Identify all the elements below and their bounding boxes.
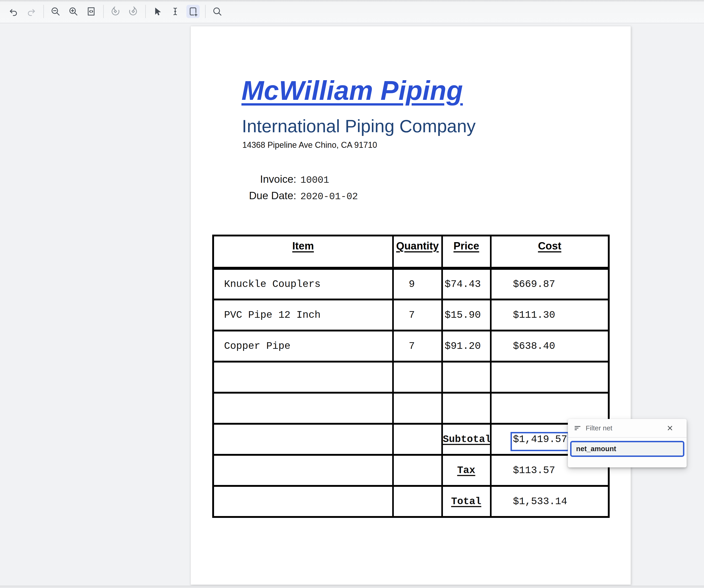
document-page: McWilliam Piping International Piping Co… — [190, 26, 631, 585]
price-cell: $15.90 — [442, 299, 491, 331]
item-cell: Copper Pipe — [213, 331, 393, 362]
qty-cell — [393, 424, 442, 455]
filter-icon — [574, 424, 582, 432]
company-subtitle: International Piping Company — [242, 117, 476, 135]
total-label: Total — [442, 486, 491, 517]
zoom-in-button[interactable] — [67, 5, 80, 18]
table-row: PVC Pipe 12 Inch 7 $15.90 $111.30 — [213, 299, 609, 331]
due-date-label: Due Date: — [242, 189, 296, 202]
total-row: Total $1,533.14 — [213, 486, 609, 517]
price-cell: $74.43 — [442, 269, 491, 299]
item-cell — [213, 362, 393, 393]
table-row: Knuckle Couplers 9 $74.43 $669.87 — [213, 269, 609, 299]
cost-cell: $638.40 — [491, 331, 609, 362]
item-cell — [213, 424, 393, 455]
invoice-meta: Invoice: 10001 Due Date: 2020-01-02 — [242, 173, 358, 202]
redo-button[interactable] — [25, 5, 38, 18]
cost-cell: $111.30 — [491, 299, 609, 331]
zoom-out-button[interactable] — [49, 5, 62, 18]
close-popup-button[interactable] — [666, 424, 674, 432]
text-select-tool-button[interactable] — [169, 5, 182, 18]
filter-popup-title: Filter net — [586, 424, 666, 432]
zoom-out-icon — [50, 6, 61, 17]
toolbar-separator — [205, 5, 206, 18]
search-button[interactable] — [211, 5, 224, 18]
fit-width-icon — [86, 6, 97, 17]
table-header-row: Item Quantity Price Cost — [213, 236, 609, 269]
price-cell — [442, 362, 491, 393]
item-cell: PVC Pipe 12 Inch — [213, 299, 393, 331]
qty-cell: 7 — [393, 331, 442, 362]
fit-width-button[interactable] — [84, 5, 98, 18]
item-cell: Knuckle Couplers — [213, 269, 393, 299]
tax-label: Tax — [442, 455, 491, 486]
price-cell: $91.20 — [442, 331, 491, 362]
tax-row: Tax $113.57 — [213, 455, 609, 486]
price-cell — [442, 393, 491, 424]
pointer-tool-button[interactable] — [151, 5, 164, 18]
invoice-table: Item Quantity Price Cost Knuckle Coupler… — [212, 235, 610, 518]
toolbar-separator — [103, 5, 104, 18]
qty-cell — [393, 393, 442, 424]
qty-cell — [393, 455, 442, 486]
rotate-right-button[interactable] — [126, 5, 140, 18]
qty-cell: 7 — [393, 299, 442, 331]
column-header-quantity: Quantity — [393, 236, 442, 269]
item-cell — [213, 486, 393, 517]
filter-popup-header: Filter net — [568, 419, 687, 437]
popup-divider — [568, 437, 687, 438]
company-address: 14368 Pipeline Ave Chino, CA 91710 — [242, 141, 377, 149]
due-date-value: 2020-01-02 — [300, 191, 358, 202]
table-row-empty — [213, 393, 609, 424]
text-select-icon — [170, 6, 180, 17]
company-title: McWilliam Piping — [241, 77, 463, 104]
column-header-item: Item — [213, 236, 393, 269]
redo-icon — [26, 6, 37, 17]
qty-cell: 9 — [393, 269, 442, 299]
subtotal-selection-box[interactable] — [511, 432, 569, 451]
toolbar — [0, 0, 704, 23]
crop-region-tool-button[interactable] — [186, 5, 200, 18]
viewport-bottom-edge — [0, 586, 704, 588]
toolbar-separator — [43, 5, 44, 18]
item-cell — [213, 393, 393, 424]
total-value: $1,533.14 — [491, 486, 609, 517]
rotate-left-button[interactable] — [109, 5, 122, 18]
rotate-left-icon — [110, 6, 121, 17]
rotate-right-icon — [128, 6, 138, 17]
pointer-icon — [152, 6, 163, 17]
invoice-number: 10001 — [300, 175, 358, 186]
toolbar-separator — [145, 5, 146, 18]
cost-cell — [491, 362, 609, 393]
cost-cell: $669.87 — [491, 269, 609, 299]
search-icon — [212, 6, 223, 17]
zoom-in-icon — [68, 6, 78, 17]
undo-icon — [8, 6, 19, 17]
item-cell — [213, 455, 393, 486]
filter-option-net-amount[interactable]: net_amount — [570, 441, 684, 457]
qty-cell — [393, 362, 442, 393]
table-row-empty — [213, 362, 609, 393]
undo-button[interactable] — [7, 5, 20, 18]
close-icon — [666, 424, 673, 432]
filter-popup: Filter net net_amount — [568, 419, 687, 467]
column-header-price: Price — [442, 236, 491, 269]
crop-region-icon — [188, 6, 198, 17]
qty-cell — [393, 486, 442, 517]
table-row: Copper Pipe 7 $91.20 $638.40 — [213, 331, 609, 362]
invoice-label: Invoice: — [242, 173, 296, 185]
column-header-cost: Cost — [491, 236, 609, 269]
subtotal-label: Subtotal — [442, 424, 491, 455]
app-window: McWilliam Piping International Piping Co… — [0, 0, 704, 588]
